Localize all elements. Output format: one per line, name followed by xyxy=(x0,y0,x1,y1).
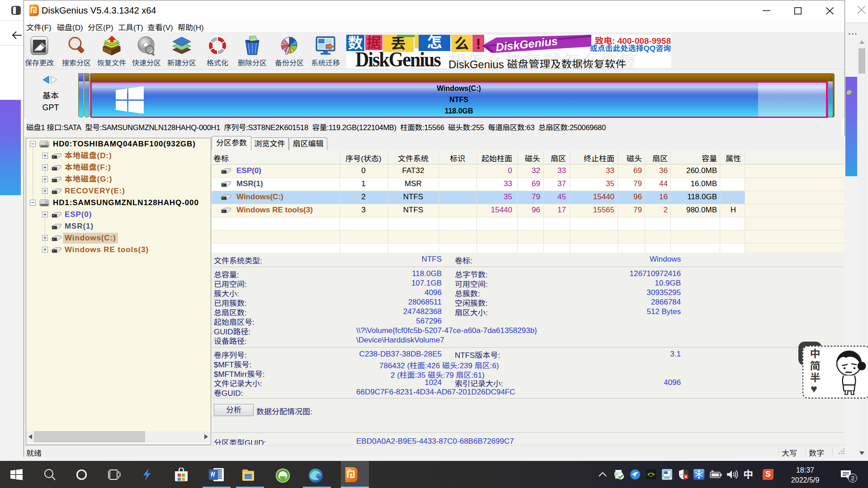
svg-text:intel: intel xyxy=(664,476,669,479)
